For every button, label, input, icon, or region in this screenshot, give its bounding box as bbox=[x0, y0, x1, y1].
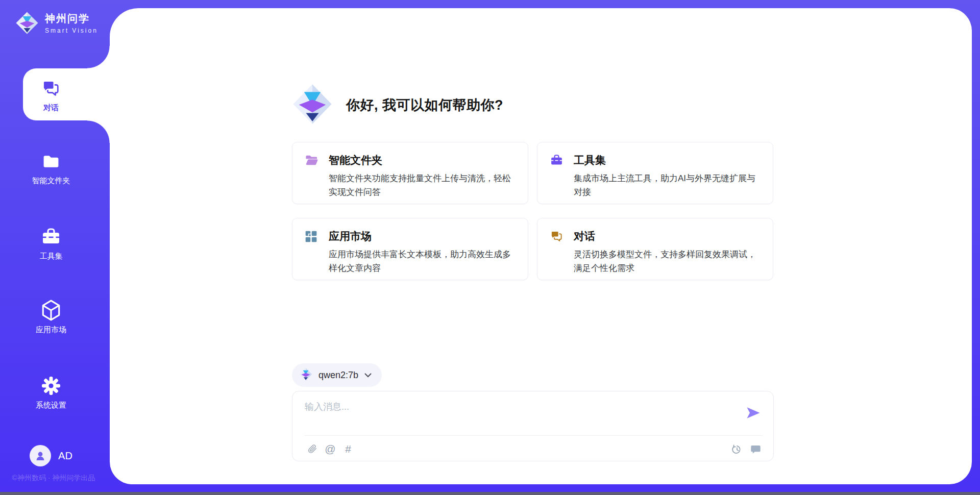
message-input[interactable] bbox=[305, 401, 739, 429]
card-description: 集成市场上主流工具，助力AI与外界无缝扩展与对接 bbox=[574, 171, 764, 199]
toolbox-icon bbox=[41, 227, 61, 247]
brand-logo-icon bbox=[15, 11, 39, 35]
brand: 神州问学 Smart Vision bbox=[15, 11, 98, 35]
grid-icon bbox=[305, 230, 318, 243]
content-column: 你好, 我可以如何帮助你? 智能文件夹 智能文件夹功能支持批量文件上传与清洗，轻… bbox=[292, 8, 774, 484]
sidebar-item-label: 工具集 bbox=[40, 251, 63, 261]
sidebar-item-settings[interactable]: 系统设置 bbox=[0, 376, 102, 410]
cube-icon bbox=[40, 300, 62, 320]
card-description: 应用市场提供丰富长文本模板，助力高效生成多样化文章内容 bbox=[329, 247, 519, 275]
toolbox-icon bbox=[550, 154, 564, 167]
chat-icon bbox=[550, 230, 564, 243]
assistant-logo-icon bbox=[292, 83, 333, 128]
greeting-block: 你好, 我可以如何帮助你? bbox=[292, 83, 503, 128]
brand-subtitle: Smart Vision bbox=[45, 27, 98, 34]
mention-at-icon[interactable]: @ bbox=[324, 442, 336, 456]
bottom-edge-bar bbox=[0, 492, 980, 495]
paperclip-icon[interactable] bbox=[306, 442, 318, 456]
main-panel: 你好, 我可以如何帮助你? 智能文件夹 智能文件夹功能支持批量文件上传与清洗，轻… bbox=[110, 8, 972, 484]
feedback-bubble-icon[interactable] bbox=[749, 442, 762, 456]
model-selector[interactable]: qwen2:7b bbox=[292, 363, 382, 387]
feature-cards: 智能文件夹 智能文件夹功能支持批量文件上传与清洗，轻松实现文件问答 bbox=[292, 142, 774, 280]
send-button[interactable] bbox=[746, 405, 762, 421]
user-name: AD bbox=[58, 450, 72, 462]
avatar bbox=[30, 445, 51, 466]
sidebar-item-label: 智能文件夹 bbox=[32, 176, 70, 186]
tab-curve-top bbox=[87, 46, 110, 68]
sidebar-item-label: 应用市场 bbox=[36, 325, 66, 335]
sidebar-item-app-market[interactable]: 应用市场 bbox=[0, 300, 102, 335]
user-profile[interactable]: AD bbox=[0, 445, 102, 466]
sidebar: 神州问学 Smart Vision 对话 bbox=[0, 0, 110, 495]
card-description: 智能文件夹功能支持批量文件上传与清洗，轻松实现文件问答 bbox=[329, 171, 519, 199]
greeting-title: 你好, 我可以如何帮助你? bbox=[346, 96, 503, 114]
chevron-down-icon bbox=[364, 370, 372, 380]
composer-toolbar: @ # bbox=[292, 441, 773, 457]
card-smart-folder[interactable]: 智能文件夹 智能文件夹功能支持批量文件上传与清洗，轻松实现文件问答 bbox=[292, 142, 528, 204]
model-name: qwen2:7b bbox=[318, 370, 358, 381]
model-logo-icon bbox=[299, 367, 312, 383]
card-toolset[interactable]: 工具集 集成市场上主流工具，助力AI与外界无缝扩展与对接 bbox=[537, 142, 773, 204]
chat-icon bbox=[41, 78, 61, 98]
sidebar-item-chat[interactable]: 对话 bbox=[0, 78, 102, 113]
sidebar-item-smart-folder[interactable]: 智能文件夹 bbox=[0, 151, 102, 186]
folder-open-icon bbox=[305, 154, 318, 166]
card-chat[interactable]: 对话 灵活切换多模型文件，支持多样回复效果调试，满足个性化需求 bbox=[537, 218, 773, 280]
sidebar-item-label: 对话 bbox=[43, 103, 59, 113]
card-title: 对话 bbox=[574, 229, 595, 243]
card-title: 智能文件夹 bbox=[329, 153, 382, 167]
history-icon[interactable] bbox=[730, 442, 743, 456]
card-title: 应用市场 bbox=[329, 229, 372, 243]
sidebar-item-toolset[interactable]: 工具集 bbox=[0, 227, 102, 261]
card-description: 灵活切换多模型文件，支持多样回复效果调试，满足个性化需求 bbox=[574, 247, 764, 275]
copyright-text: ©神州数码 · 神州问学出品 bbox=[0, 474, 107, 483]
composer-divider bbox=[304, 435, 763, 436]
brand-name: 神州问学 bbox=[45, 12, 98, 26]
card-app-market[interactable]: 应用市场 应用市场提供丰富长文本模板，助力高效生成多样化文章内容 bbox=[292, 218, 528, 280]
tab-curve-bottom bbox=[87, 120, 110, 143]
gear-icon bbox=[41, 376, 61, 396]
sidebar-item-label: 系统设置 bbox=[36, 400, 66, 410]
hash-icon[interactable]: # bbox=[342, 442, 354, 456]
folder-icon bbox=[41, 151, 61, 171]
card-title: 工具集 bbox=[574, 153, 606, 167]
message-composer: @ # bbox=[292, 391, 774, 461]
